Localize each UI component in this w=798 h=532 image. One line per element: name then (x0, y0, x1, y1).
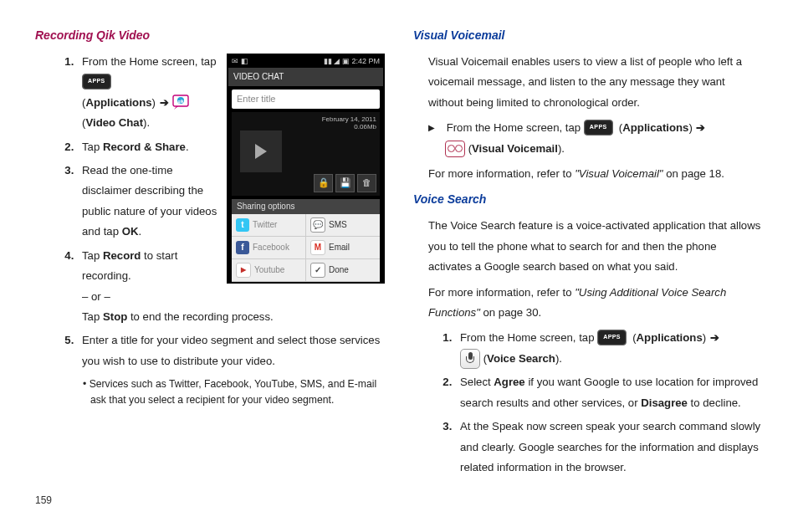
email-icon[interactable]: M (310, 240, 325, 255)
arrow-icon (159, 96, 170, 109)
vs-step-2: Select Agree if you want Google to use l… (455, 372, 763, 413)
phone-video-area: February 14, 2011 0.06Mb 🔒 💾 🗑 (232, 112, 380, 196)
page-number: 159 (35, 491, 763, 509)
apps-icon: APPS (584, 120, 613, 136)
vs-more-info: For more information, refer to "Using Ad… (413, 283, 763, 324)
step-1: From the Home screen, tap APPS (Applicat… (77, 52, 249, 134)
share-twitter-label[interactable]: Twitter (253, 220, 277, 230)
sms-icon[interactable]: 💬 (310, 217, 325, 233)
phone-title-input[interactable]: Enter title (232, 90, 380, 109)
share-email-label[interactable]: Email (329, 243, 350, 253)
phone-video-size: 0.06Mb (322, 123, 376, 131)
arrow-icon (709, 331, 720, 344)
status-left-icon: ✉ ◧ (232, 57, 248, 66)
step-5-sub: Services such as Twitter, Facebook, YouT… (35, 376, 385, 408)
step-2: Tap Record & Share. (77, 137, 249, 157)
vs-paragraph: The Voice Search feature is a voice-acti… (413, 216, 763, 277)
phone-titlebar: VIDEO CHAT (228, 68, 383, 86)
step-5: Enter a title for your video segment and… (77, 330, 385, 371)
status-time: 2:42 PM (351, 57, 380, 65)
vs-step-1: From the Home screen, tap APPS (Applicat… (455, 328, 763, 369)
done-icon[interactable]: ✓ (310, 263, 325, 278)
apps-icon: APPS (597, 330, 627, 345)
sharing-options-header: Sharing options (232, 199, 380, 214)
phone-video-date: February 14, 2011 (322, 115, 376, 124)
vv-more-info: For more information, refer to "Visual V… (413, 164, 763, 184)
heading-visual-voicemail: Visual Voicemail (413, 25, 763, 47)
arrow-icon (695, 121, 706, 134)
heading-voice-search: Voice Search (413, 189, 763, 211)
visual-voicemail-icon (445, 141, 465, 157)
trash-icon[interactable]: 🗑 (357, 174, 376, 192)
heading-recording-qik: Recording Qik Video (35, 25, 385, 47)
vv-paragraph: Visual Voicemail enables users to view a… (413, 52, 763, 113)
qik-icon: qik (172, 95, 189, 110)
svg-text:qik: qik (178, 99, 184, 104)
vs-step-3: At the Speak now screen speak your searc… (455, 417, 763, 478)
lock-icon[interactable]: 🔒 (314, 174, 333, 192)
play-bullet-icon (428, 121, 443, 134)
apps-icon: APPS (82, 74, 111, 90)
share-done-label[interactable]: Done (329, 265, 349, 275)
play-icon[interactable] (240, 130, 282, 172)
share-facebook-label[interactable]: Facebook (253, 243, 289, 253)
mic-icon (460, 349, 480, 369)
step-3: Read the one-time disclaimer describing … (77, 161, 249, 243)
share-sms-label[interactable]: SMS (329, 220, 347, 230)
youtube-icon[interactable]: ▶ (236, 263, 251, 278)
save-icon[interactable]: 💾 (335, 174, 355, 192)
vv-step: From the Home screen, tap APPS (Applicat… (413, 118, 763, 159)
status-signal-icon: ▮▮ ◢ ▣ (324, 57, 350, 65)
share-youtube-label[interactable]: Youtube (254, 265, 284, 275)
twitter-icon[interactable]: t (236, 218, 249, 232)
facebook-icon[interactable]: f (236, 241, 249, 254)
phone-screenshot: ✉ ◧ ▮▮ ◢ ▣ 2:42 PM VIDEO CHAT Enter titl… (227, 54, 385, 284)
